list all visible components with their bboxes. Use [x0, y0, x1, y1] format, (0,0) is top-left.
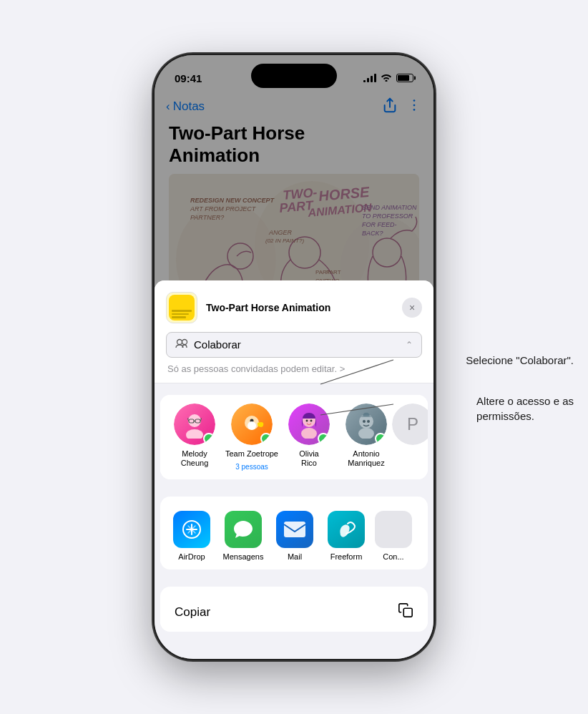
copy-bar[interactable]: Copiar	[160, 592, 428, 632]
annotation-permissions: Altere o acesso e aspermissões.	[476, 393, 574, 424]
collaborate-chevron-icon: ⌃	[406, 340, 413, 350]
svg-point-44	[306, 419, 308, 421]
svg-point-47	[358, 428, 374, 439]
share-panel: Two-Part Horse Animation × Colaborar	[155, 280, 433, 659]
messages-icon	[225, 511, 262, 548]
permissions-text: Só as pessoas convidadas podem editar. >	[166, 363, 345, 374]
collaborate-icon	[175, 338, 188, 351]
contact-avatar-zoetrope	[231, 404, 273, 445]
copy-icon	[398, 602, 413, 622]
contact-avatar-antonio	[346, 404, 387, 445]
mail-icon	[276, 511, 313, 548]
contact-avatar-melody	[174, 404, 215, 445]
contact-zoetrope[interactable]: Team Zoetrope 3 pessoas	[223, 404, 280, 471]
share-doc-title: Two-Part Horse Animation	[206, 302, 393, 313]
app-freeform[interactable]: Freeform	[320, 508, 372, 564]
section-divider-2	[155, 485, 433, 491]
share-title-row: Two-Part Horse Animation ×	[166, 292, 422, 323]
svg-point-32	[177, 339, 182, 344]
messages-label: Mensagens	[223, 552, 264, 561]
contacts-section: MelodyCheung	[160, 395, 428, 479]
contact-name-melody: MelodyCheung	[181, 449, 209, 468]
permissions-row[interactable]: Só as pessoas convidadas podem editar. >	[166, 363, 422, 374]
svg-point-45	[310, 419, 313, 421]
antonio-message-badge	[375, 433, 386, 444]
freeform-icon	[328, 511, 365, 548]
svg-rect-51	[284, 522, 305, 537]
freeform-label: Freeform	[330, 552, 363, 561]
contact-name-zoetrope: Team Zoetrope	[225, 449, 278, 459]
section-divider-3	[155, 575, 433, 581]
contact-more[interactable]: P	[395, 404, 428, 471]
notes-app-icon	[166, 292, 197, 323]
close-share-button[interactable]: ×	[402, 298, 422, 318]
svg-point-33	[182, 339, 187, 344]
apps-row: AirDrop Mensagens	[160, 502, 428, 569]
annotation-colaborar-text: Selecione "Colaborar".	[466, 354, 574, 366]
contact-sub-zoetrope: 3 pessoas	[235, 463, 268, 471]
olivia-message-badge	[318, 433, 329, 444]
svg-point-48	[363, 420, 366, 423]
contacts-row: MelodyCheung	[160, 395, 428, 479]
more-app-icon	[375, 511, 412, 548]
annotation-permissions-text: Altere o acesso e aspermissões.	[476, 395, 574, 422]
contact-avatar-more: P	[392, 404, 428, 445]
contact-melody[interactable]: MelodyCheung	[166, 404, 223, 471]
app-airdrop[interactable]: AirDrop	[166, 508, 217, 564]
svg-point-41	[248, 421, 256, 430]
more-app-label: Con...	[383, 552, 403, 561]
share-header: Two-Part Horse Animation × Colaborar	[155, 280, 433, 383]
melody-message-badge	[203, 433, 215, 444]
zoetrope-message-badge	[260, 433, 272, 444]
phone-frame: 09:41 ‹ Notas	[155, 55, 433, 659]
svg-point-49	[367, 420, 370, 423]
contact-name-antonio: AntonioManriquez	[348, 449, 384, 468]
svg-point-35	[186, 429, 203, 439]
contact-antonio[interactable]: AntonioManriquez	[338, 404, 395, 471]
copy-label: Copiar	[175, 605, 210, 620]
airdrop-label: AirDrop	[178, 552, 205, 561]
mail-label: Mail	[288, 552, 302, 561]
app-more[interactable]: Con...	[372, 508, 415, 564]
annotation-colaborar: Selecione "Colaborar".	[466, 354, 574, 366]
contact-avatar-olivia	[288, 404, 330, 445]
collaborate-label: Colaborar	[194, 338, 406, 351]
contact-olivia[interactable]: OliviaRico	[280, 404, 338, 471]
share-sheet: Two-Part Horse Animation × Colaborar	[155, 55, 433, 659]
app-mail[interactable]: Mail	[269, 508, 320, 564]
app-messages[interactable]: Mensagens	[217, 508, 269, 564]
section-divider-1	[155, 383, 433, 389]
apps-section: AirDrop Mensagens	[160, 497, 428, 569]
airdrop-icon	[173, 511, 210, 548]
collaborate-selector[interactable]: Colaborar ⌃	[166, 332, 422, 358]
svg-point-43	[301, 428, 317, 439]
copy-section: Copiar	[160, 587, 428, 632]
svg-rect-52	[403, 608, 412, 617]
contact-name-olivia: OliviaRico	[299, 449, 319, 468]
